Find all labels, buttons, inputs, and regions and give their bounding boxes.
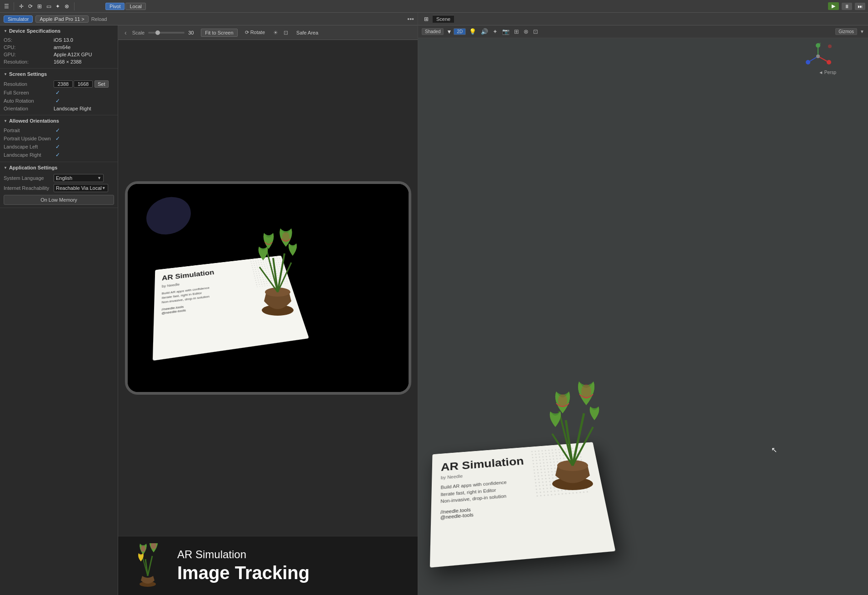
svg-point-35 xyxy=(828,45,832,48)
rotate-tool-icon[interactable]: ⟳ xyxy=(27,3,34,10)
scale-tool-icon[interactable]: ⊞ xyxy=(36,3,43,10)
pause-button[interactable]: ⏸ xyxy=(842,3,852,10)
portrait-row: Portrait ✓ xyxy=(4,126,114,134)
allowed-orientations-title: Allowed Orientations xyxy=(9,118,59,124)
two-d-button[interactable]: 2D xyxy=(454,28,466,35)
shadow-hand xyxy=(141,191,196,240)
landscape-right-check: ✓ xyxy=(55,152,60,158)
reload-button[interactable]: Reload xyxy=(91,16,107,22)
cursor-indicator: ↖ xyxy=(771,446,777,454)
caption-text: AR Simulation Image Tracking xyxy=(177,548,309,583)
fullscreen-row: Full Screen ✓ xyxy=(4,89,114,97)
pivot-local-row: Pivot Local xyxy=(105,3,146,10)
scale-slider[interactable] xyxy=(148,32,185,34)
effects-icon[interactable]: ✦ xyxy=(491,28,499,35)
gpu-value: Apple A12X GPU xyxy=(54,52,114,57)
resolution-input-label: Resolution xyxy=(4,81,54,87)
local-button[interactable]: Local xyxy=(125,3,145,10)
orientation-label: Orientation xyxy=(4,106,54,111)
triangle-icon-2: ▼ xyxy=(4,72,7,76)
options-menu-button[interactable]: ••• xyxy=(407,15,414,23)
on-low-memory-button[interactable]: On Low Memory xyxy=(4,195,114,205)
system-language-value: English xyxy=(56,175,72,181)
custom-tool-icon[interactable]: ⊗ xyxy=(63,3,70,10)
resolution-label: Resolution: xyxy=(4,59,54,64)
overlay-icon[interactable]: ⊡ xyxy=(532,28,539,35)
unity-plant-container xyxy=(523,382,623,495)
gizmo-toggle-icon[interactable]: ⊗ xyxy=(522,28,530,35)
device-selector[interactable]: Apple iPad Pro 11 > xyxy=(35,15,88,23)
portrait-check: ✓ xyxy=(55,127,60,134)
gpu-row: GPU: Apple A12X GPU xyxy=(4,51,114,58)
rotate-icon: ⟳ xyxy=(245,30,249,35)
portrait-upside-down-label: Portrait Upside Down xyxy=(4,136,54,141)
step-button[interactable]: ⏭ xyxy=(855,3,865,10)
resolution-height-input[interactable] xyxy=(74,80,93,88)
svg-point-26 xyxy=(581,384,591,399)
nav-back-arrow[interactable]: ‹ xyxy=(123,29,129,36)
pivot-button[interactable]: Pivot xyxy=(105,3,125,10)
scale-label: Scale xyxy=(132,30,145,35)
system-language-dropdown[interactable]: English ▼ xyxy=(54,174,104,182)
scene-grid-icon: ⊞ xyxy=(423,15,430,23)
allowed-orientations-header: ▼ Allowed Orientations xyxy=(4,118,114,124)
resolution-width-input[interactable] xyxy=(54,80,73,88)
set-resolution-button[interactable]: Set xyxy=(95,80,109,88)
transform-tool-icon[interactable]: ✦ xyxy=(54,3,61,10)
rect-tool-icon[interactable]: ▭ xyxy=(45,3,52,10)
light-icon[interactable]: 💡 xyxy=(468,28,478,35)
unity-header: ⊞ Scene xyxy=(418,13,868,25)
audio-icon[interactable]: 🔊 xyxy=(479,28,489,35)
left-sidebar: ▼ Device Specifications OS: iOS 13.0 CPU… xyxy=(0,25,118,595)
svg-point-33 xyxy=(806,60,810,64)
hamburger-icon[interactable]: ☰ xyxy=(3,3,10,10)
app-settings-header: ▼ Application Settings xyxy=(4,165,114,170)
device-screen: AR Simulation by Needle Build AR apps wi… xyxy=(128,184,409,392)
svg-text:y: y xyxy=(819,43,821,45)
simulator-tab[interactable]: Simulator xyxy=(4,15,33,23)
gizmos-dropdown-arrow: ▼ xyxy=(860,29,864,34)
svg-point-9 xyxy=(282,232,289,241)
scene-tab[interactable]: Scene xyxy=(433,15,454,23)
orientation-row: Orientation Landscape Right xyxy=(4,105,114,112)
separator-2 xyxy=(74,2,75,10)
screen-settings-header: ▼ Screen Settings xyxy=(4,71,114,77)
os-row: OS: iOS 13.0 xyxy=(4,36,114,44)
unity-scene-content: AR Simulation by Needle Build AR apps wi… xyxy=(418,38,868,595)
move-tool-icon[interactable]: ✛ xyxy=(18,3,25,10)
landscape-left-label: Landscape Left xyxy=(4,144,54,149)
rotate-button[interactable]: ⟳ Rotate xyxy=(241,29,269,36)
sim-device-area: ‹ Scale 30 Fit to Screen ⟳ Rotate ☀ ⊡ Sa… xyxy=(118,25,418,595)
simulator-panel: Simulator Apple iPad Pro 11 > Reload •••… xyxy=(0,13,418,595)
app-settings-section: ▼ Application Settings System Language E… xyxy=(0,162,118,208)
landscape-left-check: ✓ xyxy=(55,144,60,150)
internet-reachability-dropdown[interactable]: Reachable Via Local ▼ xyxy=(54,184,108,192)
sim-content: ▼ Device Specifications OS: iOS 13.0 CPU… xyxy=(0,25,418,595)
device-specs-title: Device Specifications xyxy=(9,28,60,34)
safe-area-button[interactable]: Safe Area xyxy=(293,29,322,36)
caption-plant-icon xyxy=(127,543,168,589)
grid-icon[interactable]: ⊞ xyxy=(513,28,520,35)
scale-value: 30 xyxy=(188,30,197,35)
scene-cam-icon[interactable]: 📷 xyxy=(501,28,511,35)
top-toolbar: ☰ ✛ ⟳ ⊞ ▭ ✦ ⊗ Pivot Local ▶ ⏸ ⏭ xyxy=(0,0,868,13)
cpu-label: CPU: xyxy=(4,45,54,50)
triangle-icon-3: ▼ xyxy=(4,119,7,123)
unity-viewport[interactable]: AR Simulation by Needle Build AR apps wi… xyxy=(418,38,868,595)
dropdown-arrow-icon: ▼ xyxy=(97,176,101,180)
fit-to-screen-button[interactable]: Fit to Screen xyxy=(201,29,237,37)
gizmos-button[interactable]: Gizmos xyxy=(835,28,857,35)
bottom-caption: AR Simulation Image Tracking xyxy=(118,536,418,595)
app-settings-title: Application Settings xyxy=(9,165,57,170)
allowed-orientations-section: ▼ Allowed Orientations Portrait ✓ Portra… xyxy=(0,115,118,162)
play-button[interactable]: ▶ xyxy=(828,2,839,10)
caption-subtitle: Image Tracking xyxy=(177,563,309,583)
internet-reachability-value: Reachable Via Local xyxy=(56,185,102,191)
svg-line-12 xyxy=(148,556,152,576)
portrait-label: Portrait xyxy=(4,128,54,133)
screen-settings-title: Screen Settings xyxy=(9,71,47,77)
screen-icon: ⊡ xyxy=(283,30,289,36)
shaded-button[interactable]: Shaded xyxy=(422,28,444,35)
triangle-icon: ▼ xyxy=(4,29,7,33)
gpu-label: GPU: xyxy=(4,52,54,57)
